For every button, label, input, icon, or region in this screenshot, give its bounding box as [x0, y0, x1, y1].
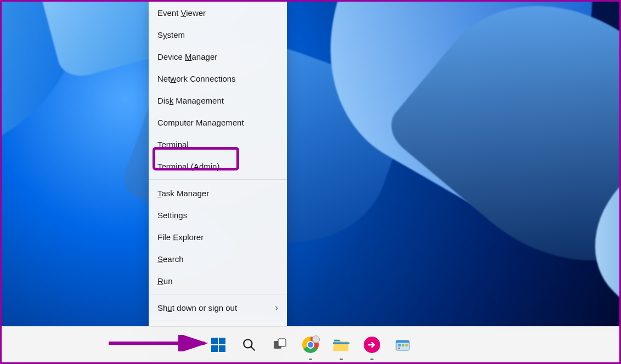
search-button[interactable] — [236, 332, 262, 358]
search-icon — [242, 338, 256, 352]
winx-context-menu: Event ViewerSystemDevice ManagerNetwork … — [149, 2, 287, 349]
svg-rect-9 — [398, 344, 401, 346]
desktop-wallpaper[interactable] — [2, 2, 619, 326]
menu-item-computer-management[interactable]: Computer Management — [149, 111, 287, 133]
menu-item-event-viewer[interactable]: Event Viewer — [149, 2, 287, 24]
chrome-app[interactable] — [297, 332, 324, 358]
menu-item-label: Terminal (Admin) — [157, 162, 219, 171]
svg-rect-12 — [398, 348, 400, 349]
menu-item-file-explorer[interactable]: File Explorer — [149, 226, 287, 248]
chevron-right-icon: › — [275, 302, 278, 314]
menu-item-label: Task Manager — [157, 189, 209, 198]
menu-item-terminal[interactable]: Terminal — [149, 133, 287, 155]
menu-item-terminal-admin[interactable]: Terminal (Admin) — [149, 155, 287, 177]
menu-item-label: Network Connections — [157, 74, 236, 83]
menu-item-label: File Explorer — [157, 232, 204, 242]
task-view-button[interactable] — [267, 332, 293, 358]
menu-item-device-manager[interactable]: Device Manager — [149, 46, 287, 67]
task-view-icon — [273, 338, 286, 351]
windows-logo-icon — [211, 338, 225, 352]
svg-rect-6 — [333, 343, 349, 344]
svg-rect-8 — [396, 340, 409, 343]
menu-item-label: Disk Management — [157, 96, 224, 105]
menu-item-run[interactable]: Run — [149, 270, 287, 292]
menu-item-search[interactable]: Search — [149, 248, 287, 270]
svg-rect-10 — [402, 344, 404, 346]
annotation-arrow — [106, 335, 213, 351]
menu-item-label: Device Manager — [157, 52, 217, 61]
menu-item-label: Run — [157, 276, 173, 286]
menu-item-task-manager[interactable]: Task Manager — [149, 182, 287, 204]
chrome-icon — [302, 337, 319, 353]
menu-item-label: Shut down or sign out — [157, 303, 237, 312]
menu-item-label: Event Viewer — [157, 8, 206, 18]
menu-item-label: Computer Management — [157, 118, 244, 127]
svg-rect-5 — [278, 339, 286, 346]
control-panel-icon — [395, 337, 410, 352]
file-explorer-app[interactable] — [328, 332, 354, 358]
taskbar — [2, 326, 619, 362]
menu-item-label: Search — [157, 254, 184, 264]
menu-item-disk-management[interactable]: Disk Management — [149, 89, 287, 111]
menu-item-label: Terminal — [157, 140, 189, 149]
menu-item-system[interactable]: System — [149, 24, 287, 46]
screenpresso-app[interactable] — [359, 332, 385, 358]
menu-separator — [149, 179, 287, 180]
menu-separator — [149, 294, 287, 294]
menu-item-label: Settings — [157, 211, 187, 220]
control-panel-app[interactable] — [389, 332, 416, 358]
svg-rect-11 — [405, 344, 408, 346]
menu-item-label: System — [157, 30, 185, 39]
menu-separator — [149, 321, 287, 321]
menu-item-shut-down-or-sign-out[interactable]: Shut down or sign out› — [149, 297, 287, 318]
screenpresso-icon — [364, 337, 380, 353]
svg-line-3 — [251, 346, 255, 350]
file-explorer-icon — [333, 338, 349, 351]
menu-item-settings[interactable]: Settings — [149, 204, 287, 226]
menu-item-network-connections[interactable]: Network Connections — [149, 67, 287, 89]
